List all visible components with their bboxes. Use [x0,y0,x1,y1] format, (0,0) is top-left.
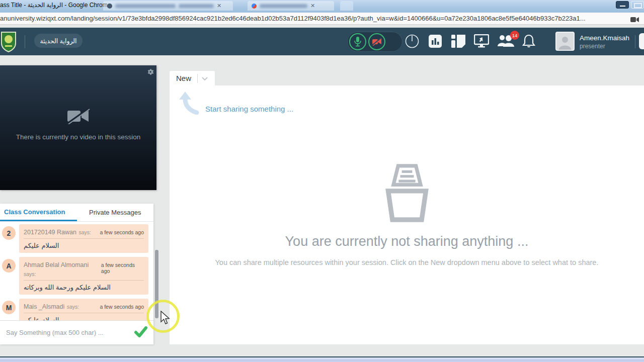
avatar [555,32,575,51]
camera-indicator-icon[interactable] [630,16,639,25]
chat-panel: Class Conversation Private Messages 2 20… [0,204,153,344]
taskbar-edge [0,357,644,362]
chat-message: 2 201720149 Rawan says: a few seconds ag… [2,224,148,253]
screen-share-icon [474,34,489,48]
message-bubble: Ahmad Belal Almomani says: a few seconds… [19,257,148,295]
chat-input-row [0,320,153,344]
chat-message-list[interactable]: 2 201720149 Rawan says: a few seconds ag… [0,222,153,320]
sender-name: Mais _Alsmadi [24,303,64,310]
tab-favicon-icon [107,4,112,9]
polls-icon [428,34,442,48]
classroom-header: الرواية الحديثة [0,28,644,55]
new-tab-button[interactable] [340,1,353,11]
message-bubble: 201720149 Rawan says: a few seconds ago … [19,224,148,253]
avatar: M [2,301,16,314]
avatar: 2 [2,226,16,240]
window-title: ass Title - الرواية الحديثة - Google Chr… [0,2,111,9]
tab-close-icon[interactable]: ✕ [217,3,221,9]
microphone-icon [354,37,362,47]
notifications-icon [522,34,535,48]
timer-button[interactable] [405,34,419,50]
message-time: a few seconds ago [100,304,144,310]
blurred-tab[interactable]: ✕ [248,1,334,11]
no-video-icon [66,108,91,124]
divider [25,35,25,48]
user-info[interactable]: Ameen.Kmaisah presenter [555,32,629,51]
screen-share-button[interactable] [474,34,489,50]
audio-video-controls [347,32,403,52]
university-logo-icon [1,31,17,54]
divider [635,35,635,48]
message-time: a few seconds ago [101,262,144,274]
mouse-cursor-icon [160,311,170,327]
header-edge-button[interactable] [639,33,644,49]
not-sharing-headline: You are currently not sharing anything .… [170,234,644,249]
address-bar[interactable]: anuniversity.wiziqxt.com/landing/session… [0,13,644,25]
message-text: السلام عليكم ورحمة الله وبركاته [24,281,144,291]
new-tab-label: New [170,74,191,82]
start-sharing-hint: Start sharing something ... [205,105,293,113]
video-settings-button[interactable] [147,68,154,77]
checkmark-icon [134,326,147,337]
gear-icon [147,68,154,75]
archive-tray-icon [381,163,433,223]
chat-input[interactable] [6,329,134,336]
window-minimize-button[interactable] [616,1,629,9]
empty-state: You are currently not sharing anything .… [170,163,644,266]
camera-off-icon [372,38,382,46]
no-video-message: There is currently no video in this sess… [0,133,156,141]
sharing-area: Start sharing something ... You are curr… [170,85,644,344]
layout-button[interactable] [451,34,466,50]
chat-message: M Mais _Alsmadi says: a few seconds ago … [2,299,148,320]
curved-arrow-icon [178,90,200,117]
window-maximize-button[interactable] [631,1,644,9]
participants-count-badge: 14 [510,31,519,40]
not-sharing-subtext: You can share multiple resources within … [170,258,644,266]
user-role: presenter [580,43,629,50]
tab-favicon-icon [252,4,257,9]
camera-off-button[interactable] [368,33,385,50]
video-panel: There is currently no video in this sess… [0,65,156,190]
chevron-down-icon[interactable] [202,74,208,83]
microphone-button[interactable] [349,33,366,50]
tab-class-conversation[interactable]: Class Conversation [0,204,77,221]
message-bubble: Mais _Alsmadi says: a few seconds ago ال… [19,299,148,320]
divider [197,74,198,83]
message-text: السلام عليكم [24,239,144,249]
chat-tabs: Class Conversation Private Messages [0,204,153,222]
avatar: A [2,259,16,273]
new-dropdown-tab[interactable]: New [170,71,215,85]
blurred-tab[interactable]: ✕ [103,1,233,11]
notifications-button[interactable] [522,34,535,50]
participants-button[interactable]: 14 [497,34,514,49]
timer-icon [405,34,419,48]
url-text[interactable]: anuniversity.wiziqxt.com/landing/session… [0,15,586,22]
layout-icon [451,34,466,48]
browser-titlebar: ass Title - الرواية الحديثة - Google Chr… [0,0,644,13]
sender-name: Ahmad Belal Almomani [24,261,89,268]
person-icon [557,35,573,50]
message-text: السلام عليكم [24,313,144,320]
polls-button[interactable] [428,34,442,50]
tab-close-icon[interactable]: ✕ [310,3,315,9]
session-title-button[interactable]: الرواية الحديثة [34,34,83,48]
sender-name: 201720149 Rawan [24,229,76,236]
tab-private-messages[interactable]: Private Messages [77,204,154,221]
user-name: Ameen.Kmaisah [580,34,629,42]
send-button[interactable] [134,326,147,339]
chat-message: A Ahmad Belal Almomani says: a few secon… [2,257,148,295]
message-time: a few seconds ago [100,229,144,235]
